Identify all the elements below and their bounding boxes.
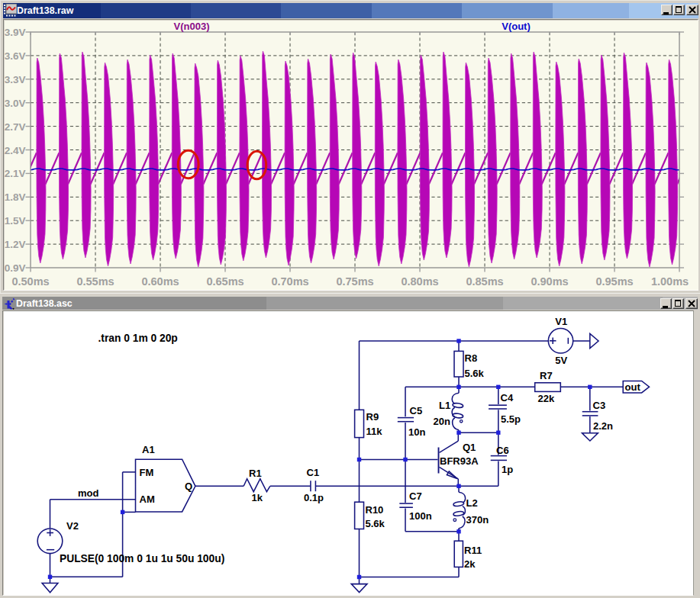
svg-text:5.5p: 5.5p [501,413,521,425]
svg-text:3.9V: 3.9V [5,27,26,38]
svg-text:3.3V: 3.3V [5,74,26,85]
svg-text:0.85ms: 0.85ms [466,275,503,288]
svg-text:0.1p: 0.1p [304,492,324,503]
svg-text:2.1V: 2.1V [5,168,26,179]
svg-text:C5: C5 [410,405,423,416]
svg-text:V(n003): V(n003) [174,21,210,32]
svg-text:1.5V: 1.5V [5,215,26,227]
svg-text:2.7V: 2.7V [5,121,26,133]
svg-text:1.2V: 1.2V [5,239,26,250]
svg-text:C7: C7 [409,490,422,502]
svg-text:Q1: Q1 [463,442,476,453]
svg-text:L1: L1 [439,400,450,411]
svg-text:5V: 5V [555,355,567,366]
svg-text:BFR93A: BFR93A [440,455,479,467]
svg-text:10n: 10n [408,426,425,438]
svg-text:R11: R11 [464,545,482,556]
svg-text:1p: 1p [502,464,513,475]
svg-text:R1: R1 [249,468,262,479]
svg-text:0.80ms: 0.80ms [401,275,438,288]
svg-text:L2: L2 [466,497,478,509]
svg-text:5.6k: 5.6k [366,518,385,529]
svg-text:0.60ms: 0.60ms [141,275,179,288]
svg-text:370n: 370n [466,514,489,526]
svg-text:2.2n: 2.2n [593,420,613,432]
svg-text:20n: 20n [434,416,450,427]
svg-text:0.65ms: 0.65ms [206,275,244,288]
svg-text:PULSE(0 100m 0 1u 1u 50u 100u): PULSE(0 100m 0 1u 1u 50u 100u) [60,553,224,564]
svg-text:1k: 1k [252,492,263,503]
svg-text:0.90ms: 0.90ms [531,275,568,288]
svg-text:100n: 100n [409,510,432,522]
svg-text:22k: 22k [538,393,555,404]
svg-text:11k: 11k [366,426,383,437]
svg-text:3.6V: 3.6V [5,50,26,62]
svg-text:R7: R7 [540,370,553,381]
svg-text:Q: Q [185,481,192,492]
svg-text:V(out): V(out) [502,21,531,32]
svg-text:2k: 2k [464,558,476,570]
svg-text:R10: R10 [366,504,384,516]
svg-text:FM: FM [140,467,154,478]
svg-text:R8: R8 [465,352,478,364]
svg-text:AM: AM [140,494,155,505]
svg-text:C6: C6 [496,445,509,456]
svg-text:0.50ms: 0.50ms [11,275,49,288]
svg-text:0.55ms: 0.55ms [76,275,114,288]
svg-text:.tran 0 1m 0 20p: .tran 0 1m 0 20p [98,333,178,344]
svg-text:V1: V1 [555,316,567,327]
svg-text:A1: A1 [142,444,155,455]
svg-text:mod: mod [78,487,99,499]
svg-text:C4: C4 [501,392,514,403]
svg-text:0.9V: 0.9V [5,262,26,274]
svg-text:3.0V: 3.0V [5,98,26,109]
svg-text:V2: V2 [66,520,79,532]
svg-text:0.95ms: 0.95ms [595,275,633,288]
svg-text:5.6k: 5.6k [465,368,485,379]
svg-text:0.75ms: 0.75ms [336,275,373,288]
svg-text:C1: C1 [307,467,320,478]
svg-text:R9: R9 [366,411,379,423]
svg-text:out: out [625,381,641,393]
svg-text:C3: C3 [593,400,606,411]
svg-text:0.70ms: 0.70ms [271,275,308,288]
svg-text:1.00ms: 1.00ms [651,275,689,288]
svg-text:1.8V: 1.8V [5,191,26,203]
svg-text:2.4V: 2.4V [5,145,26,156]
